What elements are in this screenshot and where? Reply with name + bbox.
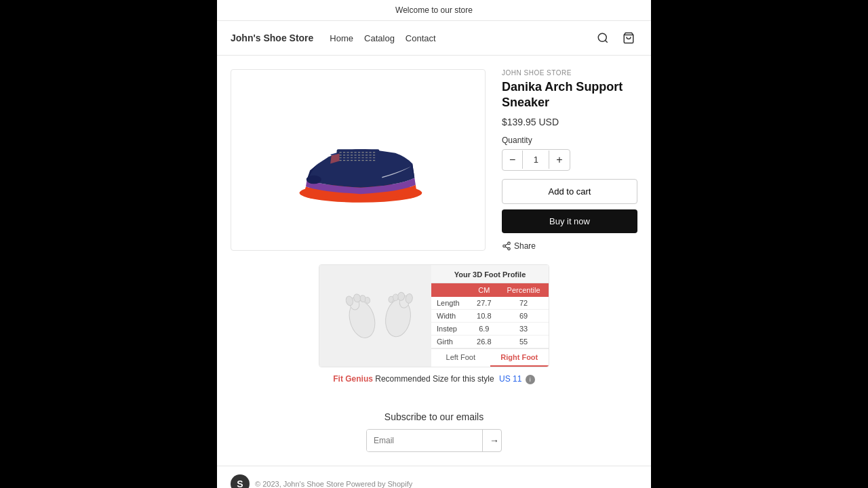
subscribe-section: Subscribe to our emails → [217,398,651,466]
header-icons [594,29,637,47]
shopify-letter: S [237,479,243,488]
buy-now-button[interactable]: Buy it now [502,209,637,233]
measurement-label: Girth [431,335,470,348]
foot-profile-section: Your 3D Foot Profile CM Percentile Lengt… [217,264,651,398]
store-label: JOHN SHOE STORE [502,69,637,77]
foot-profile-title: Your 3D Foot Profile [431,265,549,283]
quantity-control: − 1 + [502,149,570,171]
svg-line-1 [605,40,607,42]
email-input[interactable] [367,430,482,451]
announcement-bar: Welcome to our store [217,0,651,21]
footer: S © 2023, John's Shoe Store Powered by S… [217,466,651,488]
measurement-label: Width [431,309,470,322]
fit-genius-label: Fit Genius [333,374,375,384]
table-cm-header: CM [470,283,499,297]
table-row: Length 27.7 72 [431,297,549,310]
foot-measurements-table: CM Percentile Length 27.7 72 Width 10.8 [431,283,549,348]
svg-point-0 [598,33,606,41]
info-icon[interactable]: i [526,375,535,384]
header-left: John's Shoe Store Home Catalog Contact [231,33,436,43]
measurement-percentile: 72 [498,297,549,310]
tab-right-foot[interactable]: Right Foot [490,349,549,367]
table-percentile-header: Percentile [498,283,549,297]
tab-left-foot[interactable]: Left Foot [431,349,490,367]
table-row: Girth 26.8 55 [431,335,549,348]
fit-genius-row: Fit Genius Recommended Size for this sty… [231,374,637,384]
store-name[interactable]: John's Shoe Store [231,33,313,43]
foot-profile-widget: Your 3D Foot Profile CM Percentile Lengt… [319,264,549,367]
measurement-percentile: 33 [498,322,549,335]
foot-3d-image [328,275,423,357]
quantity-increase-button[interactable]: + [549,150,569,170]
share-button[interactable]: Share [502,241,536,251]
product-title: Danika Arch Support Sneaker [502,79,637,111]
svg-line-9 [505,247,508,248]
email-submit-button[interactable]: → [482,430,502,451]
svg-rect-4 [337,150,380,165]
foot-image-side [319,265,431,367]
measurement-label: Instep [431,322,470,335]
nav-contact[interactable]: Contact [406,33,436,43]
product-price: $139.95 USD [502,117,637,127]
svg-point-8 [508,247,511,250]
subscribe-title: Subscribe to our emails [231,411,637,422]
product-image [283,107,433,212]
table-row: Width 10.8 69 [431,309,549,322]
nav-catalog[interactable]: Catalog [364,33,395,43]
main-nav: Home Catalog Contact [330,33,435,43]
measurement-cm: 27.7 [470,297,499,310]
table-row: Instep 6.9 33 [431,322,549,335]
add-to-cart-button[interactable]: Add to cart [502,179,637,204]
quantity-value: 1 [522,150,549,169]
foot-tabs: Left Foot Right Foot [431,348,549,367]
footer-copyright: © 2023, John's Shoe Store Powered by Sho… [255,480,412,488]
cart-button[interactable] [620,29,637,47]
footer-powered: Powered by Shopify [346,480,412,488]
main-content: JOHN SHOE STORE Danika Arch Support Snea… [217,56,651,264]
shopify-badge: S [231,474,250,488]
quantity-decrease-button[interactable]: − [502,150,522,170]
svg-line-10 [505,244,508,245]
product-details: JOHN SHOE STORE Danika Arch Support Snea… [502,69,637,251]
measurement-cm: 10.8 [470,309,499,322]
product-image-section [231,69,486,251]
announcement-text: Welcome to our store [395,5,473,15]
svg-point-7 [503,245,506,247]
price-label: $139.95 USD [502,117,559,127]
measurement-label: Length [431,297,470,310]
measurement-percentile: 69 [498,309,549,322]
fit-genius-brand: Fit Genius [333,374,373,384]
svg-point-5 [307,176,321,184]
share-label: Share [514,241,536,251]
email-form: → [366,429,502,452]
quantity-label: Quantity [502,136,637,145]
share-icon [502,241,511,251]
foot-data-side: Your 3D Foot Profile CM Percentile Lengt… [431,265,549,367]
cart-icon [623,32,635,44]
table-empty-header [431,283,470,297]
measurement-cm: 6.9 [470,322,499,335]
fit-genius-text: Recommended Size for this style [375,374,494,384]
search-icon [597,32,609,44]
recommended-size: US 11 [499,374,521,384]
measurement-cm: 26.8 [470,335,499,348]
footer-text-content: © 2023, John's Shoe Store [255,480,344,488]
measurement-percentile: 55 [498,335,549,348]
nav-home[interactable]: Home [330,33,353,43]
header: John's Shoe Store Home Catalog Contact [217,21,651,56]
svg-point-6 [508,242,511,245]
search-button[interactable] [594,29,612,47]
